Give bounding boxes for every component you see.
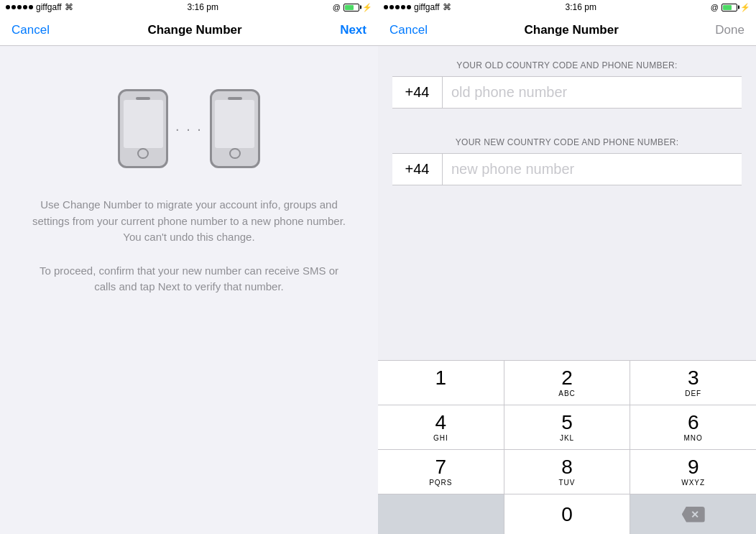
new-number-section: YOUR NEW COUNTRY CODE AND PHONE NUMBER: … xyxy=(378,123,756,185)
key-letters-7: PQRS xyxy=(429,479,452,487)
left-panel: giffgaff ⌘ 3:16 pm @ ⚡ Cancel Change Num… xyxy=(0,0,378,534)
right-time: 3:16 pm xyxy=(566,2,596,12)
right-battery-icon xyxy=(722,4,737,11)
numpad-key-8[interactable]: 8 TUV xyxy=(504,450,631,494)
numpad-key-7[interactable]: 7 PQRS xyxy=(378,450,504,494)
sim-icon: @ xyxy=(333,3,341,11)
old-input-row: +44 xyxy=(392,76,742,109)
left-status-bar: giffgaff ⌘ 3:16 pm @ ⚡ xyxy=(0,0,378,14)
key-letters-6: MNO xyxy=(684,434,703,442)
key-letters-4: GHI xyxy=(433,434,448,442)
right-cancel-button[interactable]: Cancel xyxy=(389,23,428,37)
signal-dot xyxy=(389,5,394,9)
key-letters-5: JKL xyxy=(560,434,574,442)
backspace-x-icon: ✕ xyxy=(691,509,699,520)
left-nav-title: Change Number xyxy=(147,23,241,37)
old-country-code: +44 xyxy=(392,77,443,108)
dots-separator: · · · xyxy=(175,121,203,137)
phones-illustration: · · · xyxy=(118,89,260,168)
signal-dot xyxy=(17,5,22,9)
key-number-4: 4 xyxy=(435,413,447,433)
left-status-left: giffgaff ⌘ xyxy=(6,2,73,12)
right-status-left: giffgaff ⌘ xyxy=(384,2,451,12)
numpad-key-9[interactable]: 9 WXYZ xyxy=(630,450,756,494)
key-number-7: 7 xyxy=(435,457,447,477)
phone-left xyxy=(118,89,168,168)
right-charge-icon: ⚡ xyxy=(740,3,750,12)
signal-dot xyxy=(401,5,405,9)
section-spacer xyxy=(378,109,756,123)
key-number-5: 5 xyxy=(561,413,573,433)
old-phone-input[interactable] xyxy=(443,77,742,108)
carrier-name: giffgaff xyxy=(36,2,62,12)
numpad-key-1[interactable]: 1 xyxy=(378,361,504,405)
right-nav-title: Change Number xyxy=(524,23,618,37)
key-number-2: 2 xyxy=(561,368,573,388)
old-number-section: YOUR OLD COUNTRY CODE AND PHONE NUMBER: … xyxy=(378,46,756,109)
right-status-bar: giffgaff ⌘ 3:16 pm @ ⚡ xyxy=(378,0,756,14)
left-cancel-button[interactable]: Cancel xyxy=(11,23,50,37)
phone-button xyxy=(137,148,149,159)
numpad-key-2[interactable]: 2 ABC xyxy=(504,361,631,405)
phone-button-2 xyxy=(229,148,241,159)
phone-right xyxy=(210,89,260,168)
right-sim-icon: @ xyxy=(711,3,719,11)
key-letters-3: DEF xyxy=(685,390,701,397)
right-content: YOUR OLD COUNTRY CODE AND PHONE NUMBER: … xyxy=(378,46,756,534)
signal-dot xyxy=(395,5,400,9)
numpad-row-4: 0 ✕ xyxy=(378,494,756,534)
numpad-key-5[interactable]: 5 JKL xyxy=(504,405,631,449)
charge-icon: ⚡ xyxy=(362,3,372,12)
signal-dots xyxy=(6,5,33,9)
numpad-row-2: 4 GHI 5 JKL 6 MNO xyxy=(378,405,756,450)
key-letters-9: WXYZ xyxy=(681,479,705,487)
old-section-label: YOUR OLD COUNTRY CODE AND PHONE NUMBER: xyxy=(392,60,742,70)
left-next-button[interactable]: Next xyxy=(340,23,367,37)
battery-fill xyxy=(345,5,354,10)
key-number-6: 6 xyxy=(688,413,699,433)
key-number-0: 0 xyxy=(561,505,573,525)
key-letters-2: ABC xyxy=(558,390,576,397)
description-1: Use Change Number to migrate your accoun… xyxy=(29,197,349,246)
signal-dot xyxy=(11,5,16,9)
left-status-right: @ ⚡ xyxy=(333,3,372,12)
numpad-key-0[interactable]: 0 xyxy=(504,494,631,534)
backspace-icon: ✕ xyxy=(682,507,705,523)
right-nav-bar: Cancel Change Number Done xyxy=(378,14,756,46)
flex-spacer xyxy=(378,185,756,360)
signal-dot xyxy=(23,5,27,9)
key-empty xyxy=(378,494,504,534)
numpad-key-4[interactable]: 4 GHI xyxy=(378,405,504,449)
right-wifi-icon: ⌘ xyxy=(443,2,451,12)
key-number-3: 3 xyxy=(688,368,699,388)
signal-dot xyxy=(407,5,411,9)
numpad: 1 2 ABC 3 DEF 4 GHI 5 xyxy=(378,360,756,534)
new-phone-input[interactable] xyxy=(443,154,742,185)
description-2: To proceed, confirm that your new number… xyxy=(29,263,349,295)
battery-icon xyxy=(344,4,359,11)
numpad-key-6[interactable]: 6 MNO xyxy=(630,405,756,449)
signal-dot xyxy=(384,5,388,9)
numpad-row-3: 7 PQRS 8 TUV 9 WXYZ xyxy=(378,450,756,494)
key-letters-8: TUV xyxy=(559,479,576,487)
wifi-icon: ⌘ xyxy=(65,2,73,12)
right-status-right: @ ⚡ xyxy=(711,3,750,12)
key-number-8: 8 xyxy=(561,457,573,477)
phone-screen-2 xyxy=(215,100,254,148)
right-done-button[interactable]: Done xyxy=(715,23,745,37)
left-time: 3:16 pm xyxy=(188,2,218,12)
new-input-row: +44 xyxy=(392,153,742,185)
left-nav-bar: Cancel Change Number Next xyxy=(0,14,378,46)
key-number-9: 9 xyxy=(688,457,699,477)
signal-dot xyxy=(29,5,33,9)
right-carrier-name: giffgaff xyxy=(414,2,440,12)
numpad-row-1: 1 2 ABC 3 DEF xyxy=(378,361,756,405)
phone-screen xyxy=(124,100,163,148)
backspace-button[interactable]: ✕ xyxy=(630,494,756,534)
right-signal-dots xyxy=(384,5,411,9)
numpad-key-3[interactable]: 3 DEF xyxy=(630,361,756,405)
right-panel: giffgaff ⌘ 3:16 pm @ ⚡ Cancel Change Num… xyxy=(378,0,756,534)
new-section-label: YOUR NEW COUNTRY CODE AND PHONE NUMBER: xyxy=(392,137,742,147)
key-number-1: 1 xyxy=(435,368,447,388)
key-letters-1 xyxy=(439,390,442,397)
